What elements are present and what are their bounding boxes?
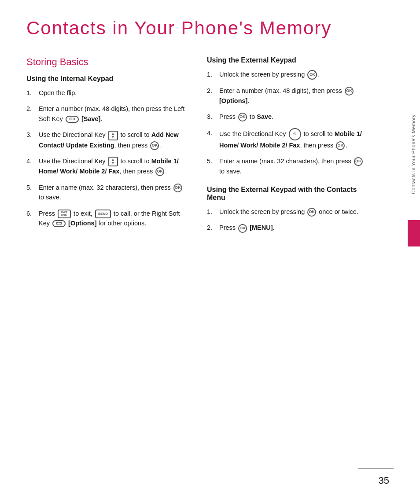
softkey-icon: ⊏⊐	[52, 220, 66, 227]
ok-button-icon: OK	[155, 167, 164, 176]
page-number: 35	[379, 475, 389, 486]
directional-key-icon: ▲▼	[108, 157, 118, 166]
list-item: 6. Press PWREND to exit, SEND to call, o…	[26, 209, 189, 228]
list-item: 4. Use the Directional Key ◎ to scroll t…	[207, 128, 370, 150]
list-num: 5.	[26, 183, 36, 192]
list-num: 1.	[207, 207, 217, 217]
ok-button-icon: OK	[345, 87, 354, 96]
two-column-layout: Storing Basics Using the Internal Keypad…	[26, 56, 394, 239]
list-item: 2. Enter a number (max. 48 digits), then…	[26, 104, 189, 124]
pwr-end-icon: PWREND	[58, 210, 71, 218]
left-column: Storing Basics Using the Internal Keypad…	[26, 56, 189, 239]
side-tab: Contacts in Your Phone's Memory	[407, 97, 420, 211]
list-text: Press OK [MENU].	[219, 223, 370, 232]
list-text: Use the Directional Key ▲▼ to scroll to …	[39, 130, 189, 150]
list-num: 2.	[207, 86, 217, 96]
list-item: 3. Press OK to Save.	[207, 112, 370, 121]
list-num: 4.	[26, 156, 36, 166]
list-item: 2. Enter a number (max. 48 digits), then…	[207, 86, 370, 106]
external-keypad-list: 1. Unlock the screen by pressing OK. 2. …	[207, 70, 370, 176]
ok-button-icon: OK	[173, 184, 182, 192]
list-item: 1. Unlock the screen by pressing OK.	[207, 70, 370, 80]
list-item: 5. Enter a name (max. 32 characters), th…	[26, 183, 189, 202]
external-keypad-contacts-menu-list: 1. Unlock the screen by pressing OK once…	[207, 207, 370, 233]
list-num: 2.	[207, 223, 217, 232]
subsection-title-external-keypad: Using the External Keypad	[207, 56, 370, 64]
list-text: Open the flip.	[39, 88, 189, 98]
list-text: Unlock the screen by pressing OK once or…	[219, 207, 370, 217]
softkey-icon: ⊏⊐	[66, 116, 79, 123]
page: Contacts in Your Phone's Memory Storing …	[0, 0, 420, 504]
ok-button-icon: OK	[238, 113, 247, 121]
side-tab-bar	[408, 220, 420, 246]
list-num: 3.	[26, 130, 36, 140]
save-label: [Save]	[81, 115, 101, 122]
list-num: 2.	[26, 104, 36, 114]
ok-button-icon: OK	[354, 157, 363, 166]
list-num: 4.	[207, 128, 217, 138]
divider-line	[358, 468, 394, 469]
list-num: 1.	[26, 88, 36, 98]
list-text: Enter a name (max. 32 characters), then …	[39, 183, 189, 202]
ok-button-icon: OK	[307, 208, 316, 217]
list-text: Use the Directional Key ◎ to scroll to M…	[219, 128, 370, 150]
internal-keypad-list: 1. Open the flip. 2. Enter a number (max…	[26, 88, 189, 228]
list-item: 1. Unlock the screen by pressing OK once…	[207, 207, 370, 217]
ok-button-icon: OK	[307, 70, 317, 80]
directional-round-icon: ◎	[289, 128, 301, 140]
send-icon: SEND	[95, 210, 111, 218]
directional-key-icon: ▲▼	[108, 131, 118, 140]
list-text: Use the Directional Key ▲▼ to scroll to …	[39, 156, 189, 177]
subsection-title-external-keypad-contacts-menu: Using the External Keypad with the Conta…	[207, 186, 370, 202]
list-item: 3. Use the Directional Key ▲▼ to scroll …	[26, 130, 189, 150]
ok-button-icon: OK	[336, 141, 345, 150]
right-column: Using the External Keypad 1. Unlock the …	[207, 56, 370, 239]
ok-button-icon: OK	[238, 224, 247, 233]
list-text: Press PWREND to exit, SEND to call, or t…	[39, 209, 189, 228]
ok-button-icon: OK	[150, 141, 159, 150]
list-text: Enter a number (max. 48 digits), then pr…	[219, 86, 370, 106]
list-num: 1.	[207, 70, 217, 79]
subsection-title-internal-keypad: Using the Internal Keypad	[26, 75, 189, 83]
side-tab-text: Contacts in Your Phone's Memory	[411, 114, 416, 194]
list-text: Unlock the screen by pressing OK.	[219, 70, 370, 80]
list-item: 2. Press OK [MENU].	[207, 223, 370, 232]
list-item: 1. Open the flip.	[26, 88, 189, 98]
list-text: Press OK to Save.	[219, 112, 370, 121]
list-num: 3.	[207, 112, 217, 121]
list-text: Enter a name (max. 32 characters), then …	[219, 156, 370, 176]
list-item: 4. Use the Directional Key ▲▼ to scroll …	[26, 156, 189, 177]
list-num: 6.	[26, 209, 36, 218]
list-item: 5. Enter a name (max. 32 characters), th…	[207, 156, 370, 176]
section-title-storing-basics: Storing Basics	[26, 56, 189, 68]
list-num: 5.	[207, 156, 217, 166]
list-text: Enter a number (max. 48 digits), then pr…	[39, 104, 189, 124]
page-title: Contacts in Your Phone's Memory	[26, 18, 394, 39]
